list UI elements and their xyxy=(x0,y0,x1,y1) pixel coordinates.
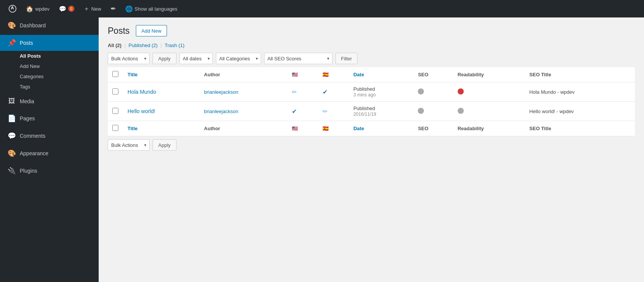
adminbar-language[interactable]: 🌐 Show all languages xyxy=(121,0,182,17)
row2-us-lang-check-icon[interactable]: ✔ xyxy=(292,108,297,115)
posts-submenu: All Posts Add New Categories Tags xyxy=(0,51,99,92)
dashboard-icon: 🎨 xyxy=(8,21,16,30)
all-categories-select[interactable]: All Categories xyxy=(216,53,261,64)
table-row: Hello world! brianleejackson ✔ ✏ Publish… xyxy=(108,102,635,121)
row1-checkbox[interactable] xyxy=(112,88,118,95)
row2-lang-us-cell: ✔ xyxy=(287,102,318,121)
row2-readability-dot xyxy=(458,108,464,114)
top-toolbar: Bulk Actions Apply All dates All Categor… xyxy=(108,53,635,64)
es-flag-icon: 🇪🇸 xyxy=(323,72,329,77)
footer-title-sort-link[interactable]: Title xyxy=(128,126,138,131)
date-sort-link[interactable]: Date xyxy=(353,72,364,77)
home-icon: 🏠 xyxy=(26,5,33,13)
sidebar-item-posts[interactable]: 📌 Posts xyxy=(0,35,99,51)
sidebar-item-appearance[interactable]: 🎨 Appearance xyxy=(0,145,99,161)
row1-author-link[interactable]: brianleejackson xyxy=(204,89,238,95)
all-dates-select[interactable]: All dates xyxy=(180,53,213,64)
main-content: Posts Add New All (2) | Published (2) | … xyxy=(99,17,644,282)
row1-title-link[interactable]: Hola Mundo xyxy=(128,89,156,95)
bulk-actions-select[interactable]: Bulk Actions xyxy=(108,53,150,64)
all-seo-scores-select[interactable]: All SEO Scores xyxy=(264,53,332,64)
all-categories-wrapper: All Categories xyxy=(216,53,261,64)
bulk-actions-wrapper: Bulk Actions xyxy=(108,53,150,64)
row2-es-lang-pencil-icon[interactable]: ✏ xyxy=(323,108,328,115)
row1-readability-cell xyxy=(453,82,525,102)
row2-seo-dot xyxy=(418,108,424,114)
row1-author-cell: brianleejackson xyxy=(200,82,288,102)
row2-author-link[interactable]: brianleejackson xyxy=(204,109,238,114)
sidebar-section-posts: 📌 Posts All Posts Add New Categories Tag… xyxy=(0,35,99,92)
tab-published[interactable]: Published (2) xyxy=(129,43,158,48)
title-sort-link[interactable]: Title xyxy=(128,72,138,77)
row2-checkbox[interactable] xyxy=(112,108,118,114)
footer-us-flag-icon: 🇺🇸 xyxy=(292,126,298,131)
sidebar-sub-add-new[interactable]: Add New xyxy=(20,61,99,71)
sidebar-section-appearance: 🎨 Appearance xyxy=(0,145,99,161)
row1-date-cell: Published 3 mins ago xyxy=(349,82,413,102)
comments-icon: 💬 xyxy=(8,132,16,140)
adminbar-polylang[interactable]: ✒ xyxy=(106,0,121,17)
row2-seo-title-cell: Hello world! - wpdev xyxy=(525,102,635,121)
wp-logo[interactable] xyxy=(4,0,21,17)
sidebar-sub-tags[interactable]: Tags xyxy=(20,82,99,92)
filter-button[interactable]: Filter xyxy=(335,53,358,64)
bottom-bulk-actions-wrapper: Bulk Actions xyxy=(108,139,150,151)
row2-checkbox-cell xyxy=(108,102,123,121)
header-seo-title: SEO Title xyxy=(525,67,635,82)
row1-status: Published xyxy=(353,86,375,92)
row2-readability-cell xyxy=(453,102,525,121)
table-row: Hola Mundo brianleejackson ✏ ✔ Published… xyxy=(108,82,635,102)
header-flag-es: 🇪🇸 xyxy=(318,67,349,82)
all-seo-scores-wrapper: All SEO Scores xyxy=(264,53,332,64)
appearance-icon: 🎨 xyxy=(8,149,16,158)
select-all-checkbox[interactable] xyxy=(112,71,118,77)
sidebar-item-plugins[interactable]: 🔌 Plugins xyxy=(0,163,99,179)
adminbar-new[interactable]: ＋ New xyxy=(79,0,106,17)
sidebar-item-pages[interactable]: 📄 Pages xyxy=(0,110,99,126)
page-title: Posts xyxy=(108,26,130,36)
row2-lang-es-cell: ✏ xyxy=(318,102,349,121)
sidebar-sub-categories[interactable]: Categories xyxy=(20,71,99,82)
sidebar-item-comments[interactable]: 💬 Comments xyxy=(0,128,99,144)
sidebar-section-dashboard: 🎨 Dashboard xyxy=(0,17,99,33)
tab-trash[interactable]: Trash (1) xyxy=(165,43,184,48)
row1-lang-us-cell: ✏ xyxy=(287,82,318,102)
pages-icon: 📄 xyxy=(8,114,16,123)
apply-button-bottom[interactable]: Apply xyxy=(153,139,176,151)
apply-button-top[interactable]: Apply xyxy=(153,53,176,64)
sidebar-section-comments: 💬 Comments xyxy=(0,128,99,144)
header-date[interactable]: Date xyxy=(349,67,413,82)
footer-select-all-checkbox[interactable] xyxy=(112,125,118,131)
row2-author-cell: brianleejackson xyxy=(200,102,288,121)
sidebar-item-dashboard[interactable]: 🎨 Dashboard xyxy=(0,17,99,33)
bottom-bulk-actions-select[interactable]: Bulk Actions xyxy=(108,139,150,151)
bottom-toolbar: Bulk Actions Apply xyxy=(108,139,635,151)
main-layout: 🎨 Dashboard 📌 Posts All Posts Add New Ca… xyxy=(0,17,644,282)
add-new-button[interactable]: Add New xyxy=(136,25,167,36)
us-flag-icon: 🇺🇸 xyxy=(292,72,298,77)
row1-seo-dot xyxy=(418,88,424,95)
tab-all[interactable]: All (2) xyxy=(108,43,121,48)
footer-checkbox-cell xyxy=(108,121,123,136)
table-header-row: Title Author 🇺🇸 🇪🇸 Date SEO Readability … xyxy=(108,67,635,82)
admin-bar: 🏠 wpdev 💬 0 ＋ New ✒ 🌐 Show all languages xyxy=(0,0,644,17)
header-title[interactable]: Title xyxy=(123,67,200,82)
adminbar-site[interactable]: 🏠 wpdev xyxy=(21,0,54,17)
sidebar-item-media[interactable]: 🖼 Media xyxy=(0,93,99,109)
row2-title-link[interactable]: Hello world! xyxy=(128,108,155,114)
footer-flag-us: 🇺🇸 xyxy=(287,121,318,136)
header-readability: Readability xyxy=(453,67,525,82)
footer-date[interactable]: Date xyxy=(349,121,413,136)
row1-us-lang-pencil-icon[interactable]: ✏ xyxy=(292,89,297,95)
row2-status: Published xyxy=(353,106,375,111)
footer-readability: Readability xyxy=(453,121,525,136)
sidebar-sub-all-posts[interactable]: All Posts xyxy=(20,51,99,61)
row1-es-lang-check-icon[interactable]: ✔ xyxy=(323,89,328,95)
footer-title[interactable]: Title xyxy=(123,121,200,136)
posts-table: Title Author 🇺🇸 🇪🇸 Date SEO Readability … xyxy=(108,67,635,136)
row1-title-cell: Hola Mundo xyxy=(123,82,200,102)
adminbar-comments[interactable]: 💬 0 xyxy=(54,0,79,17)
footer-flag-es: 🇪🇸 xyxy=(318,121,349,136)
posts-icon: 📌 xyxy=(8,39,16,47)
footer-date-sort-link[interactable]: Date xyxy=(353,126,364,131)
